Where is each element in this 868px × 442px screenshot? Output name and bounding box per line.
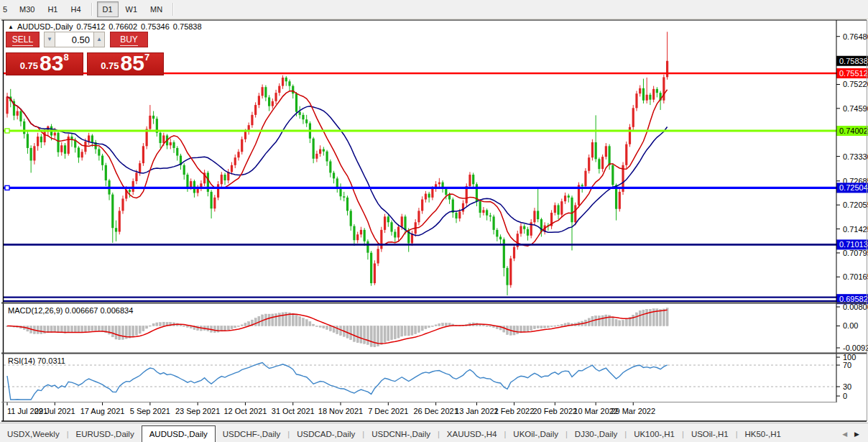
date-label: 23 Sep 2021 — [175, 407, 220, 415]
price-axis-label: 0.75220 — [843, 80, 868, 88]
timeframe-mn-button[interactable]: MN — [144, 1, 168, 17]
svg-text:0.74002: 0.74002 — [839, 126, 868, 135]
date-label: 26 Dec 2021 — [413, 407, 458, 415]
volume-decrease-button[interactable]: ▼ — [44, 32, 55, 47]
date-label: 17 Aug 2021 — [80, 407, 125, 415]
tab-dj30-daily[interactable]: DJ30-,Daily — [568, 427, 624, 442]
macd-axis-label: -0.00928 — [843, 344, 868, 352]
buy-price-display[interactable]: 0.75857 — [87, 52, 165, 75]
ohlc-high: 0.76602 — [108, 22, 137, 31]
timeframe-h4-button[interactable]: H4 — [65, 1, 86, 17]
buy-button[interactable]: BUY — [110, 32, 148, 47]
toolbar-separator — [172, 3, 174, 16]
tab-usoil-h1[interactable]: USOil-,H1 — [684, 427, 736, 442]
price-axis-label: 0.74590 — [843, 104, 868, 113]
sell-price-display[interactable]: 0.75838 — [6, 52, 83, 75]
timeframe-h1-button[interactable]: H1 — [42, 1, 63, 17]
tabs-scroll-right-icon[interactable]: ▶ — [854, 431, 859, 438]
trading-terminal: { "toolbar": { "timeframes": [ {"label":… — [0, 0, 868, 442]
ohlc-low: 0.75346 — [141, 22, 170, 31]
tab-audusd-daily[interactable]: AUDUSD-,Daily — [142, 425, 216, 442]
macd-indicator-label: MACD(12,26,9) 0.006667 0.006834 — [8, 306, 133, 315]
macd-axis-label: 0.008061 — [843, 303, 868, 311]
date-label: 29 Mar 2022 — [611, 407, 655, 415]
tab-ukoil-daily[interactable]: UKOil-,Daily — [506, 427, 565, 442]
ohlc-open: 0.75412 — [77, 22, 106, 31]
rsi-axis-label: 30 — [843, 382, 851, 391]
chart-collapse-icon[interactable]: ▲ — [8, 24, 14, 30]
svg-text:0.72504: 0.72504 — [839, 183, 868, 192]
timeframe-toolbar: 5M30H1H4D1W1MN — [0, 0, 868, 19]
tab-usdchf-daily[interactable]: USDCHF-,Daily — [216, 427, 288, 442]
svg-text:0.75838: 0.75838 — [839, 57, 868, 65]
date-label: 1 Feb 2022 — [494, 407, 535, 415]
date-label: 13 Jan 2022 — [455, 407, 499, 415]
tab-uk100-h1[interactable]: UK100-,H1 — [627, 427, 682, 442]
chart-title: ▲ AUDUSD-,Daily 0.75412 0.76602 0.75346 … — [8, 22, 202, 31]
date-label: 20 Feb 2022 — [532, 407, 577, 415]
date-label: 18 Nov 2021 — [318, 407, 363, 415]
rsi-axis-label: 70 — [843, 361, 851, 369]
toolbar-separator — [91, 3, 93, 16]
tab-xauusd-h4[interactable]: XAUUSD-,H4 — [440, 427, 504, 442]
price-axis-label: 0.76480 — [843, 32, 868, 41]
price-axis-label: 0.70795 — [843, 249, 868, 257]
macd-axis-label: 0.00 — [843, 321, 858, 330]
price-axis-label: 0.71425 — [843, 225, 868, 234]
date-label: 29 Jul 2021 — [34, 407, 75, 415]
timeframe-5-button[interactable]: 5 — [1, 1, 12, 17]
rsi-indicator-label: RSI(14) 70.0311 — [8, 356, 65, 365]
symbol-tab-bar: USDX,Weekly|EURUSD-,DailyAUDUSD-,DailyUS… — [0, 423, 868, 442]
timeframe-m30-button[interactable]: M30 — [14, 1, 40, 17]
tab-usdx-weekly[interactable]: USDX,Weekly — [0, 427, 67, 442]
date-label: 12 Oct 2021 — [223, 407, 267, 415]
chart-symbol-period: AUDUSD-,Daily — [17, 22, 73, 31]
price-tag-0.75512: 0.75512 — [836, 68, 868, 78]
price-tag-0.71013: 0.71013 — [836, 239, 868, 249]
one-click-trading-panel: SELL ▼ ▲ BUY 0.75838 0.75857 — [6, 32, 164, 75]
price-axis-label: 0.70165 — [843, 272, 868, 281]
tab-eurusd-daily[interactable]: EURUSD-,Daily — [69, 427, 142, 442]
sell-button[interactable]: SELL — [6, 32, 40, 47]
volume-increase-button[interactable]: ▲ — [93, 32, 105, 47]
tab-usdcnh-daily[interactable]: USDCNH-,Daily — [364, 427, 438, 442]
date-label: 7 Dec 2021 — [368, 407, 408, 415]
date-label: 5 Sep 2021 — [130, 407, 170, 415]
price-tag-0.74002: 0.74002 — [836, 126, 868, 136]
ohlc-close: 0.75838 — [173, 22, 202, 31]
tab-hk50-h1[interactable]: HK50-,H1 — [738, 427, 789, 442]
price-axis-label: 0.73330 — [843, 152, 868, 161]
timeframe-w1-button[interactable]: W1 — [120, 1, 144, 17]
svg-text:0.71013: 0.71013 — [839, 240, 868, 249]
price-tag-0.72504: 0.72504 — [836, 183, 868, 193]
volume-input[interactable] — [55, 32, 93, 47]
price-tag-0.75838: 0.75838 — [836, 56, 868, 66]
timeframe-d1-button[interactable]: D1 — [97, 1, 119, 17]
tab-usdcad-daily[interactable]: USDCAD-,Daily — [290, 427, 362, 442]
svg-text:0.75512: 0.75512 — [839, 69, 868, 78]
rsi-axis-label: 0 — [843, 392, 847, 400]
tabs-scroll-left-icon[interactable]: ◀ — [842, 431, 847, 438]
date-label: 31 Oct 2021 — [272, 407, 315, 415]
price-axis-label: 0.72055 — [843, 201, 868, 209]
